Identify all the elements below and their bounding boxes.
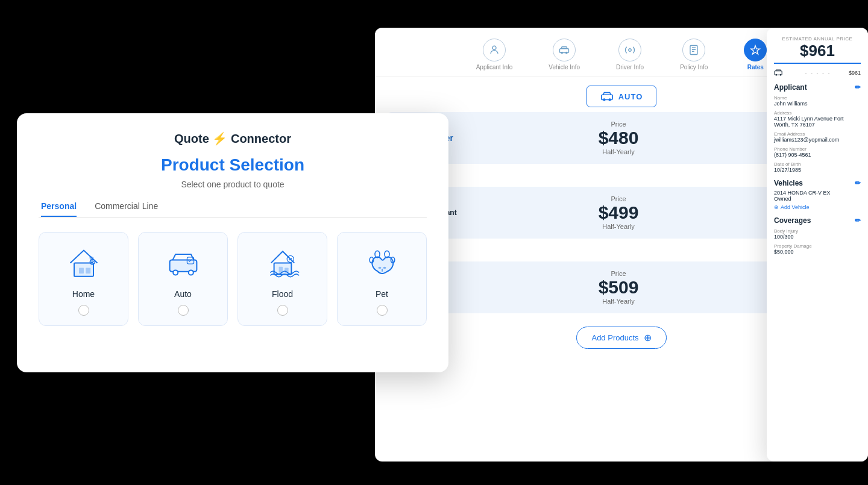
sidebar-coverages-section: Coverages ✏: [774, 216, 861, 225]
applicant-phone: (817) 905-4561: [774, 152, 861, 158]
svg-rect-1: [560, 49, 569, 53]
modal-subtitle: Select one product to quote: [39, 180, 427, 189]
svg-rect-5: [690, 46, 697, 55]
svg-point-43: [383, 267, 386, 269]
modal-title: Product Selection: [39, 155, 427, 175]
flood-product-name: Flood: [272, 289, 293, 299]
sidebar-price-header: ESTIMATED ANNUAL PRICE $961: [774, 36, 861, 64]
name-label: Name: [774, 95, 861, 101]
plus-icon: ⊕: [644, 332, 652, 343]
home-product-icon: [64, 245, 103, 283]
home-radio[interactable]: [78, 305, 89, 316]
nav-label-vehicle: Vehicle Info: [549, 64, 580, 70]
sidebar-carrier-row: - - - - - $961: [774, 69, 861, 77]
dob-label: Date of Birth: [774, 161, 861, 167]
sidebar-price-value: $961: [774, 42, 861, 64]
nav-step-applicant[interactable]: Applicant Info: [476, 39, 513, 70]
vehicle-ownership: Owned: [774, 196, 861, 202]
product-card-home[interactable]: Home: [39, 232, 128, 326]
auto-product-name: Auto: [174, 289, 192, 299]
applicant-section-title: Applicant: [774, 83, 807, 92]
add-products-label: Add Products: [591, 333, 638, 342]
auto-tab-button[interactable]: AUTO: [587, 86, 657, 107]
applicant-icon: [483, 39, 506, 61]
body-injury-label: Body Injury: [774, 228, 861, 234]
svg-rect-36: [285, 268, 288, 272]
modal-tabs: Personal Commercial Line: [39, 201, 427, 217]
sidebar-carrier-icon: [774, 69, 787, 77]
add-products-button[interactable]: Add Products ⊕: [576, 327, 666, 349]
rates-icon: [744, 39, 767, 61]
nav-label-rates: Rates: [747, 64, 764, 70]
svg-point-42: [378, 267, 381, 269]
address-label: Address: [774, 110, 861, 116]
product-card-flood[interactable]: Flood: [237, 232, 327, 326]
flood-radio[interactable]: [277, 305, 288, 316]
vehicle-icon: [553, 39, 576, 61]
auto-radio[interactable]: [178, 305, 189, 316]
body-injury-value: 100/300: [774, 234, 861, 240]
nav-label-applicant: Applicant Info: [476, 64, 513, 70]
applicant-name: John Williams: [774, 101, 861, 107]
tab-commercial[interactable]: Commercial Line: [95, 201, 158, 217]
auto-tab-label: AUTO: [618, 92, 643, 101]
applicant-dob: 10/27/1985: [774, 167, 861, 173]
nav-step-rates[interactable]: Rates: [744, 39, 767, 70]
applicant-email: jwilliams123@yopmail.com: [774, 137, 861, 143]
add-vehicle-label: Add Vehicle: [781, 204, 810, 210]
nav-label-policy: Policy Info: [680, 64, 708, 70]
pet-product-icon: [363, 245, 401, 283]
home-product-name: Home: [72, 289, 95, 299]
tab-personal[interactable]: Personal: [41, 201, 77, 217]
product-card-auto[interactable]: Auto: [138, 232, 228, 326]
pet-product-name: Pet: [376, 289, 388, 299]
svg-point-0: [492, 46, 496, 49]
svg-point-31: [173, 270, 178, 275]
nav-label-driver: Driver Info: [616, 64, 644, 70]
svg-point-4: [629, 49, 632, 52]
flood-product-icon: [263, 245, 302, 283]
right-sidebar: ESTIMATED ANNUAL PRICE $961 - - - - - $9…: [767, 28, 868, 462]
clearcover-price-block: Price $480 Half-Yearly: [465, 120, 772, 155]
pet-radio[interactable]: [377, 305, 388, 316]
product-cards: Home Auto: [39, 232, 427, 326]
property-damage-value: $50,000: [774, 249, 861, 255]
email-label: Email Address: [774, 131, 861, 137]
svg-rect-27: [79, 268, 84, 274]
svg-rect-6: [602, 95, 612, 99]
add-vehicle-link[interactable]: ⊕ Add Vehicle: [774, 204, 861, 210]
product-card-pet[interactable]: Pet: [337, 232, 427, 326]
coverages-section-title: Coverages: [774, 216, 811, 225]
svg-rect-30: [169, 260, 197, 272]
nav-step-vehicle[interactable]: Vehicle Info: [549, 39, 580, 70]
vehicle-name: 2014 HONDA CR-V EX: [774, 190, 861, 196]
nav-step-driver[interactable]: Driver Info: [616, 39, 644, 70]
vehicles-edit-icon[interactable]: ✏: [855, 179, 861, 187]
modal-logo: Quote ⚡ Connector: [39, 131, 427, 146]
sidebar-applicant-section: Applicant ✏: [774, 83, 861, 92]
estimated-price-label: ESTIMATED ANNUAL PRICE: [774, 36, 861, 42]
sidebar-carrier-price: $961: [849, 70, 861, 76]
sidebar-vehicles-section: Vehicles ✏: [774, 179, 861, 187]
nav-step-policy[interactable]: Policy Info: [680, 39, 708, 70]
phone-label: Phone Number: [774, 146, 861, 152]
svg-rect-28: [86, 268, 90, 274]
sp-price-block: Price $509 Half-Yearly: [465, 270, 772, 305]
applicant-edit-icon[interactable]: ✏: [855, 83, 861, 92]
applicant-address: 4117 Micki Lynn Avenue Fort Worth, TX 76…: [774, 116, 861, 128]
property-damage-label: Property Damage: [774, 243, 861, 249]
vehicles-section-title: Vehicles: [774, 179, 803, 187]
auto-product-icon: [164, 245, 203, 283]
policy-icon: [682, 39, 705, 61]
svg-rect-35: [278, 267, 282, 273]
product-selection-modal: Quote ⚡ Connector Product Selection Sele…: [17, 113, 448, 372]
coverages-edit-icon[interactable]: ✏: [855, 216, 861, 225]
driver-icon: [618, 39, 641, 61]
elephant-price-block: Price $499 Half-Yearly: [465, 195, 772, 230]
svg-point-32: [188, 270, 193, 275]
auto-button-icon: [600, 90, 614, 103]
